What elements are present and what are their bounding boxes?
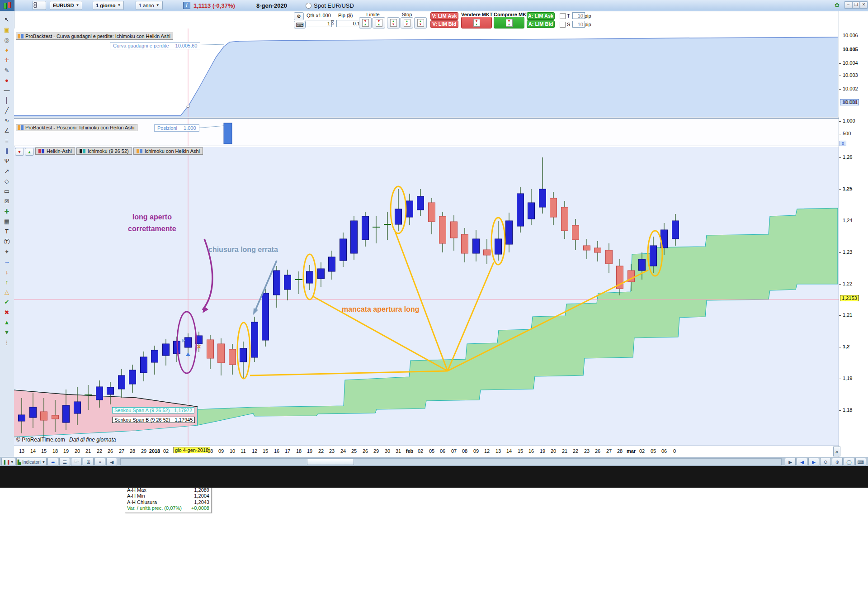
stop-sell-button[interactable]: ▲▼ [401,17,413,28]
buy-limit-ask-button[interactable]: A: LIM Ask [527,12,555,20]
qty-input[interactable] [306,20,332,27]
indicatori-button[interactable]: ▙ Indicatori ▼ [16,458,47,466]
stop-trailing-button[interactable]: ▲▼ [414,17,427,28]
equity-panel[interactable]: ProBacktest - Curva guadagni e perdite: … [14,28,839,119]
eraser-tool-icon[interactable]: ⊠ [2,197,12,206]
timeframe-dropdown[interactable]: 1 giorno▼ [93,1,124,10]
link-chart-button[interactable] [33,1,46,10]
highlight-tool-icon[interactable]: ▣ [2,25,12,34]
star-tool-icon[interactable]: ✦ [2,247,12,256]
alert-tool-icon[interactable]: ♦ [2,46,12,55]
fibonacci-tool-icon[interactable]: ≡ [2,137,12,146]
positions-legend-box[interactable]: Posizioni 1.000 [154,124,199,132]
keyboard-order-button[interactable]: ⌨ [294,21,306,28]
arrow-tool-icon[interactable]: ↗ [2,167,12,176]
swatch-icon [21,125,24,130]
target-pips-input[interactable] [572,12,585,19]
more-tools-icon[interactable]: ⋮ [2,338,12,347]
pitchfork-tool-icon[interactable]: Ψ [2,157,12,166]
sell-arrow-tool-icon[interactable]: ↓ [2,268,12,277]
keyboard-shortcut-button[interactable]: ⌨ [855,458,866,466]
pan-right-button[interactable]: ▶ [808,458,819,466]
info-icon[interactable]: i [183,2,190,9]
minimize-button[interactable]: – [844,1,852,9]
hline-tool-icon[interactable]: — [2,86,12,95]
vline-tool-icon[interactable]: │ [2,96,12,105]
order-settings-button[interactable]: ⚙ [294,12,304,20]
limite-buy-button[interactable]: ▼▲ [359,17,372,28]
channel-tool-icon[interactable]: ∥ [2,147,12,156]
pointer-tool-icon[interactable]: ↖ [2,15,12,24]
thumbs-down-tool-icon[interactable]: ▼ [2,328,12,337]
legend-item-2[interactable]: Ichimoku con Heikin Ashi [133,147,203,155]
positions-legend-label: Posizioni [157,125,177,131]
zoom-tool-icon[interactable]: ◎ [2,36,12,45]
sell-limit-bid-button[interactable]: V: LIM Bid [430,20,458,28]
warning-tool-icon[interactable]: △ [2,288,12,297]
record-tool-icon[interactable]: ● [2,76,12,85]
price-chart-canvas[interactable]: ✕ [14,147,839,446]
arrow-right-tool-icon[interactable]: → [2,257,12,266]
pencil-tool-icon[interactable]: ✎ [2,66,12,75]
equity-legend-box[interactable]: Curva guadagni e perdite 10.005,60 [110,42,200,49]
range-dropdown[interactable]: 1 anno▼ [136,1,163,10]
add-tool-icon[interactable]: ✚ [2,207,12,216]
rect-tool-icon[interactable]: ▭ [2,187,12,196]
scroll-left-button[interactable]: ◀ [106,458,117,466]
link-qty-icon[interactable]: ⋈ [330,20,335,25]
zoom-reset-button[interactable]: ◯ [844,458,854,466]
expand-indicator-button[interactable]: ▲ [25,148,34,156]
symbol-dropdown[interactable]: EURUSD▼ [50,1,82,10]
angle-tool-icon[interactable]: ∠ [2,126,12,135]
buy-mkt-button[interactable]: ▼▲ [494,17,524,28]
grid-tool-icon[interactable]: ▦ [2,217,12,226]
target-tool-icon[interactable]: ✛ [2,56,12,65]
positions-chart-canvas[interactable] [14,119,839,146]
collapse-indicator-button[interactable]: ▼ [15,148,24,156]
equity-panel-title[interactable]: ProBacktest - Curva guadagni e perdite: … [16,33,173,40]
text-tool-icon[interactable]: T [2,227,12,236]
axis-expand-button[interactable]: » [833,446,840,456]
feed-radio[interactable] [306,3,311,9]
label-tool-icon[interactable]: Ⓣ [2,238,12,247]
positions-panel-title[interactable]: ProBacktest - Posizioni: Ichimoku con He… [16,124,137,131]
buy-limit-bid-button[interactable]: A: LIM Bid [527,20,555,28]
target-checkbox[interactable] [560,13,566,19]
legend-item-0[interactable]: Heikin-Ashi [35,147,75,155]
chart-type-dropdown[interactable]: ❚❚▼ [1,458,15,466]
share-button[interactable]: ➦ [47,458,58,466]
stop-buy-button[interactable]: ▲▼ [387,17,400,28]
delete-tool-icon[interactable]: ✖ [2,308,12,317]
price-chart-panel[interactable]: ✕ ▼ ▲ Heikin-AshiIchimoku (9 26 52)Ichim… [14,147,839,446]
confirm-tool-icon[interactable]: ✔ [2,298,12,307]
thumbs-up-tool-icon[interactable]: ▲ [2,318,12,327]
list-button[interactable]: ☰ [59,458,70,466]
zoom-out-button[interactable]: ⊖ [820,458,831,466]
chart-scrollbar[interactable] [120,458,782,466]
sell-limit-ask-button[interactable]: V: LIM Ask [430,12,458,20]
limite-sell-button[interactable]: ▼▲ [373,17,385,28]
price-axis[interactable]: 10.001 0 1,2153 10.00610.00510.00410.003… [839,11,868,457]
legend-item-1[interactable]: Ichimoku (9 26 52) [76,147,132,155]
stoploss-pips-input[interactable] [572,21,585,28]
keyboard-icon: ⌨ [296,22,303,28]
chart-scrollbar-thumb[interactable] [307,459,354,465]
positions-panel[interactable]: ProBacktest - Posizioni: Ichimoku con He… [14,119,839,146]
stoploss-checkbox[interactable] [560,22,566,28]
trendline-tool-icon[interactable]: ╱ [2,106,12,115]
scroll-right-button[interactable]: ▶ [785,458,796,466]
sell-mkt-button[interactable]: ▼▲ [461,17,492,28]
close-button[interactable]: ✕ [860,1,868,9]
page-left-button[interactable]: « [94,458,105,466]
curve-tool-icon[interactable]: ∿ [2,116,12,125]
maximize-button[interactable]: ❒ [852,1,860,9]
buy-arrow-tool-icon[interactable]: ↑ [2,278,12,287]
pip-input[interactable] [336,20,362,27]
pan-left-button[interactable]: ◀ [797,458,807,466]
zoom-in-button[interactable]: ⊕ [832,458,843,466]
axis-tick [839,347,841,347]
windows-button[interactable]: ⊞ [83,458,94,466]
split-button[interactable]: ⿻ [71,458,82,466]
date-axis[interactable]: gio 4-gen-2018 » 13141518192021222627282… [14,446,839,457]
shape-tool-icon[interactable]: ◇ [2,177,12,186]
